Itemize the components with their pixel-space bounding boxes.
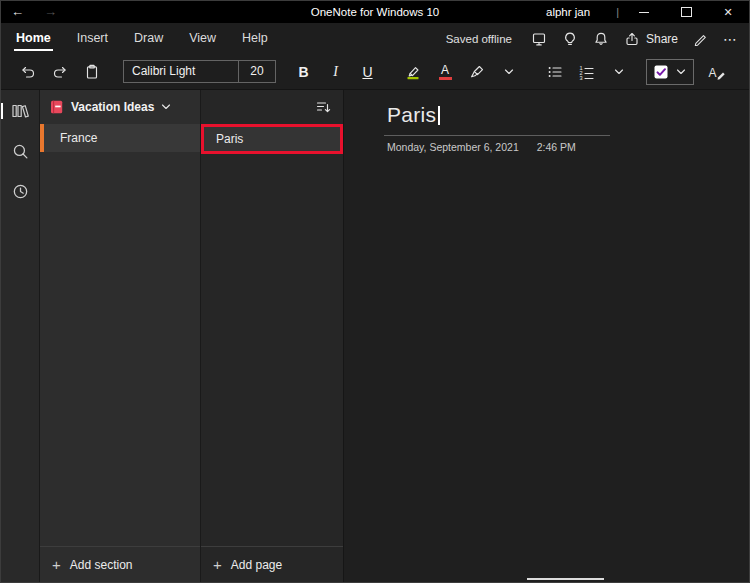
list-chevron-icon[interactable] xyxy=(604,58,634,86)
tab-view[interactable]: View xyxy=(176,23,229,54)
tab-help[interactable]: Help xyxy=(229,23,281,54)
underline-button[interactable]: U xyxy=(352,58,383,86)
italic-button[interactable]: I xyxy=(320,58,351,86)
page-timestamp: Monday, September 6, 2021 2:46 PM xyxy=(387,141,749,153)
ribbon-tabs: Home Insert Draw View Help xyxy=(3,23,281,54)
font-color-button[interactable]: A xyxy=(430,58,460,86)
add-page-label: Add page xyxy=(231,558,282,572)
search-rail-button[interactable] xyxy=(1,136,39,166)
section-color-bar xyxy=(40,124,44,152)
undo-button[interactable] xyxy=(13,58,43,86)
minimize-button[interactable] xyxy=(623,1,665,23)
page-title-row: Paris xyxy=(387,103,749,127)
maximize-icon xyxy=(681,7,692,17)
notifications-bell-icon[interactable] xyxy=(593,31,609,47)
titlebar: ← → OneNote for Windows 10 alphr jan | ✕ xyxy=(1,1,749,23)
titlebar-controls: alphr jan | ✕ xyxy=(546,1,749,23)
ink-formatting-button[interactable]: A xyxy=(702,58,732,86)
sections-panel: Vacation Ideas France + Add section xyxy=(40,90,201,582)
plus-icon: + xyxy=(213,557,222,572)
section-item-france[interactable]: France xyxy=(40,124,200,152)
paste-clipboard-button[interactable] xyxy=(77,58,107,86)
tab-insert[interactable]: Insert xyxy=(64,23,121,54)
todo-checkbox-icon xyxy=(650,64,672,80)
pages-panel: Paris + Add page xyxy=(201,90,344,582)
onenote-window: ← → OneNote for Windows 10 alphr jan | ✕… xyxy=(0,0,750,583)
page-time: 2:46 PM xyxy=(537,141,576,153)
share-label: Share xyxy=(646,32,678,46)
ribbon-tab-bar: Home Insert Draw View Help Saved offline… xyxy=(1,23,749,54)
highlighter-button[interactable] xyxy=(398,58,428,86)
sort-pages-icon[interactable] xyxy=(315,99,331,115)
title-divider xyxy=(384,135,610,136)
bullet-list-button[interactable] xyxy=(540,58,570,86)
formatting-chevron-icon[interactable] xyxy=(494,58,524,86)
horizontal-scrollbar-thumb[interactable] xyxy=(527,578,604,580)
redo-button[interactable] xyxy=(45,58,75,86)
font-color-swatch xyxy=(439,77,452,80)
minimize-icon xyxy=(639,12,649,13)
text-cursor xyxy=(438,106,440,125)
font-name-select[interactable]: Calibri Light xyxy=(124,61,238,82)
titlebar-divider: | xyxy=(616,6,619,18)
close-button[interactable]: ✕ xyxy=(707,1,749,23)
home-ribbon-toolbar: Calibri Light 20 B I U A 123 xyxy=(1,54,749,90)
forward-icon[interactable]: → xyxy=(44,1,57,23)
notebook-dropdown[interactable]: Vacation Ideas xyxy=(40,90,200,124)
font-size-select[interactable]: 20 xyxy=(238,61,275,82)
titlebar-nav: ← → xyxy=(1,1,57,23)
device-sync-icon[interactable] xyxy=(531,31,547,47)
svg-text:A: A xyxy=(709,65,717,79)
page-list: Paris xyxy=(201,124,343,546)
section-name: France xyxy=(60,131,97,145)
tab-home[interactable]: Home xyxy=(3,23,64,54)
section-list: France xyxy=(40,124,200,546)
todo-tag-button[interactable] xyxy=(646,59,694,85)
format-painter-button[interactable] xyxy=(462,58,492,86)
main-area: Vacation Ideas France + Add section xyxy=(1,90,749,582)
chevron-down-icon[interactable] xyxy=(672,68,690,76)
page-title-input[interactable]: Paris xyxy=(387,103,436,127)
ribbon-right-actions: Saved offline Share ⋯ xyxy=(446,31,737,47)
notebook-chevron-icon xyxy=(161,103,171,111)
lightbulb-icon[interactable] xyxy=(562,31,578,47)
page-canvas[interactable]: Paris Monday, September 6, 2021 2:46 PM xyxy=(344,90,749,582)
recent-notes-rail-button[interactable] xyxy=(1,176,39,206)
navigation-rail xyxy=(1,90,40,582)
notebook-icon xyxy=(50,100,64,114)
back-icon[interactable]: ← xyxy=(11,1,24,23)
share-button[interactable]: Share xyxy=(624,31,678,47)
font-color-a: A xyxy=(441,64,449,76)
add-section-button[interactable]: + Add section xyxy=(40,546,200,582)
maximize-button[interactable] xyxy=(665,1,707,23)
share-icon xyxy=(624,31,640,47)
add-section-label: Add section xyxy=(70,558,133,572)
notebooks-rail-button[interactable] xyxy=(1,96,39,126)
pages-header xyxy=(201,90,343,124)
notebook-name: Vacation Ideas xyxy=(71,100,154,114)
account-name[interactable]: alphr jan xyxy=(546,6,590,18)
more-options-icon[interactable]: ⋯ xyxy=(723,32,737,46)
page-date: Monday, September 6, 2021 xyxy=(387,141,519,153)
svg-text:3: 3 xyxy=(580,75,583,80)
save-status: Saved offline xyxy=(446,33,512,45)
plus-icon: + xyxy=(52,557,61,572)
page-item-paris[interactable]: Paris xyxy=(201,124,343,154)
numbered-list-button[interactable]: 123 xyxy=(572,58,602,86)
font-controls: Calibri Light 20 xyxy=(123,60,276,83)
page-item-title: Paris xyxy=(204,132,243,146)
tab-draw[interactable]: Draw xyxy=(121,23,176,54)
add-page-button[interactable]: + Add page xyxy=(201,546,343,582)
pencil-icon[interactable] xyxy=(693,31,708,46)
bold-button[interactable]: B xyxy=(288,58,319,86)
